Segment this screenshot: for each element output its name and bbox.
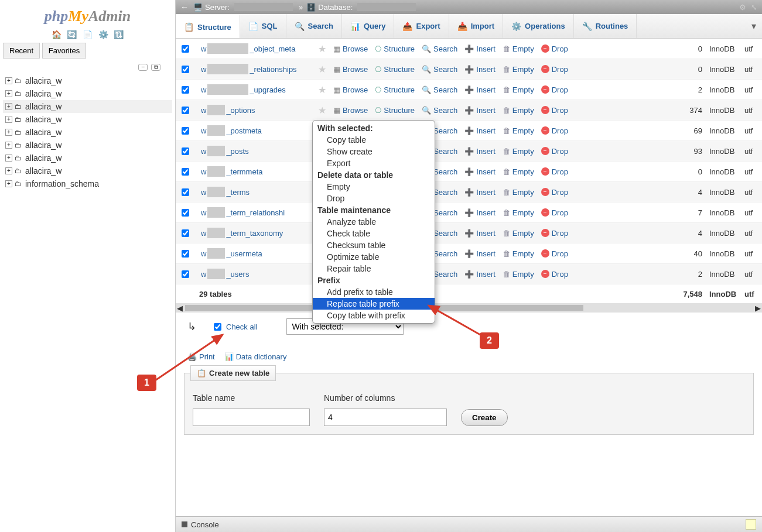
more-tabs-icon[interactable]: ▾ — [746, 20, 762, 32]
insert-action[interactable]: ➕Insert — [464, 270, 496, 279]
drop-action[interactable]: −Drop — [541, 188, 568, 197]
table-name[interactable]: w_termmeta — [201, 166, 318, 177]
table-name[interactable]: w_relationships — [201, 64, 318, 74]
row-checkbox[interactable] — [182, 168, 189, 176]
tab-export[interactable]: 📤Export — [394, 14, 449, 38]
menu-export[interactable]: Export — [313, 157, 435, 169]
home-icon[interactable]: 🏠 — [52, 30, 61, 39]
tab-routines[interactable]: 🔧Routines — [574, 14, 637, 38]
menu-copy-table[interactable]: Copy table — [313, 134, 435, 146]
structure-action[interactable]: ⎔Structure — [375, 65, 415, 74]
expand-icon[interactable]: + — [5, 155, 12, 162]
table-name[interactable]: w_postmeta — [201, 125, 318, 136]
drop-action[interactable]: −Drop — [541, 126, 568, 135]
tab-query[interactable]: 📊Query — [342, 14, 395, 38]
favorite-icon[interactable]: ★ — [318, 105, 326, 116]
tree-item[interactable]: +🗀allacira_w — [3, 126, 172, 139]
browse-action[interactable]: ▦Browse — [333, 44, 368, 53]
table-name[interactable]: w_terms — [201, 187, 318, 197]
insert-action[interactable]: ➕Insert — [464, 249, 496, 258]
expand-icon[interactable]: + — [5, 129, 12, 136]
table-name[interactable]: w_term_relationshi — [201, 207, 318, 218]
structure-action[interactable]: ⎔Structure — [375, 106, 415, 115]
insert-action[interactable]: ➕Insert — [464, 44, 496, 53]
link-icon[interactable]: ⧉ — [151, 64, 160, 71]
table-name[interactable]: w_options — [201, 105, 318, 115]
print-link[interactable]: 🖨️Print — [187, 352, 215, 361]
insert-action[interactable]: ➕Insert — [464, 208, 496, 217]
drop-action[interactable]: −Drop — [541, 85, 568, 94]
insert-action[interactable]: ➕Insert — [464, 229, 496, 238]
horizontal-scrollbar[interactable]: ◀ ▶ — [176, 303, 762, 313]
drop-action[interactable]: −Drop — [541, 147, 568, 156]
row-checkbox[interactable] — [182, 107, 189, 114]
tree-item[interactable]: +🗀information_schema — [3, 177, 172, 190]
empty-action[interactable]: 🗑Empty — [503, 147, 534, 156]
tab-operations[interactable]: ⚙️Operations — [503, 14, 574, 38]
empty-action[interactable]: 🗑Empty — [503, 249, 534, 258]
tree-item[interactable]: +🗀allacira_w — [3, 74, 172, 87]
favorite-icon[interactable]: ★ — [318, 64, 326, 75]
tab-search[interactable]: 🔍Search — [286, 14, 342, 38]
table-name[interactable]: w_posts — [201, 146, 318, 156]
empty-action[interactable]: 🗑Empty — [503, 270, 534, 279]
check-all-checkbox[interactable] — [214, 323, 221, 331]
tab-sql[interactable]: 📄SQL — [240, 14, 286, 38]
menu-analyze[interactable]: Analyze table — [313, 216, 435, 228]
collapse-icon[interactable]: − — [138, 64, 148, 71]
tree-item[interactable]: +🗀allacira_w — [3, 139, 172, 152]
gear-icon[interactable]: ⚙ — [739, 3, 746, 12]
table-name[interactable]: w_upgrades — [201, 84, 318, 95]
tab-import[interactable]: 📥Import — [449, 14, 503, 38]
row-checkbox[interactable] — [182, 250, 189, 258]
drop-action[interactable]: −Drop — [541, 249, 568, 258]
scroll-left-icon[interactable]: ◀ — [176, 304, 184, 313]
expand-icon[interactable]: + — [5, 77, 12, 84]
drop-action[interactable]: −Drop — [541, 44, 568, 53]
menu-empty[interactable]: Empty — [313, 181, 435, 193]
row-checkbox[interactable] — [182, 66, 189, 73]
expand-icon[interactable]: + — [5, 103, 12, 110]
row-checkbox[interactable] — [182, 209, 189, 217]
drop-action[interactable]: −Drop — [541, 167, 568, 176]
row-checkbox[interactable] — [182, 188, 189, 196]
data-dictionary-link[interactable]: 📊Data dictionary — [224, 352, 287, 361]
empty-action[interactable]: 🗑Empty — [503, 229, 534, 238]
search-action[interactable]: 🔍Search — [422, 44, 457, 53]
tab-structure[interactable]: 📋Structure — [176, 14, 240, 38]
menu-drop[interactable]: Drop — [313, 193, 435, 204]
empty-action[interactable]: 🗑Empty — [503, 167, 534, 176]
search-action[interactable]: 🔍Search — [422, 85, 457, 94]
empty-action[interactable]: 🗑Empty — [503, 188, 534, 197]
expand-icon[interactable]: + — [5, 180, 12, 187]
expand-icon[interactable]: + — [5, 90, 12, 97]
search-action[interactable]: 🔍Search — [422, 65, 457, 74]
menu-copy-with-prefix[interactable]: Copy table with prefix — [313, 310, 435, 321]
empty-action[interactable]: 🗑Empty — [503, 65, 534, 74]
row-checkbox[interactable] — [182, 45, 189, 53]
menu-show-create[interactable]: Show create — [313, 146, 435, 157]
favorite-icon[interactable]: ★ — [318, 43, 326, 54]
browse-action[interactable]: ▦Browse — [333, 65, 368, 74]
check-all-label[interactable]: Check all — [226, 322, 257, 331]
browse-action[interactable]: ▦Browse — [333, 106, 368, 115]
tree-item[interactable]: +🗀allacira_w — [3, 100, 172, 113]
tree-item[interactable]: +🗀allacira_w — [3, 152, 172, 164]
menu-replace-prefix[interactable]: Replace table prefix — [313, 298, 435, 310]
expand-icon[interactable]: + — [5, 167, 12, 174]
table-name[interactable]: w_object_meta — [201, 43, 318, 54]
empty-action[interactable]: 🗑Empty — [503, 85, 534, 94]
insert-action[interactable]: ➕Insert — [464, 85, 496, 94]
structure-action[interactable]: ⎔Structure — [375, 85, 415, 94]
structure-action[interactable]: ⎔Structure — [375, 44, 415, 53]
insert-action[interactable]: ➕Insert — [464, 126, 496, 135]
expand-icon[interactable]: + — [5, 116, 12, 123]
drop-action[interactable]: −Drop — [541, 65, 568, 74]
insert-action[interactable]: ➕Insert — [464, 65, 496, 74]
drop-action[interactable]: −Drop — [541, 208, 568, 217]
menu-add-prefix[interactable]: Add prefix to table — [313, 286, 435, 298]
favorites-button[interactable]: Favorites — [42, 43, 86, 59]
table-name[interactable]: w_usermeta — [201, 248, 318, 259]
tree-item[interactable]: +🗀allacira_w — [3, 87, 172, 100]
settings-icon[interactable]: ⚙️ — [98, 30, 108, 39]
